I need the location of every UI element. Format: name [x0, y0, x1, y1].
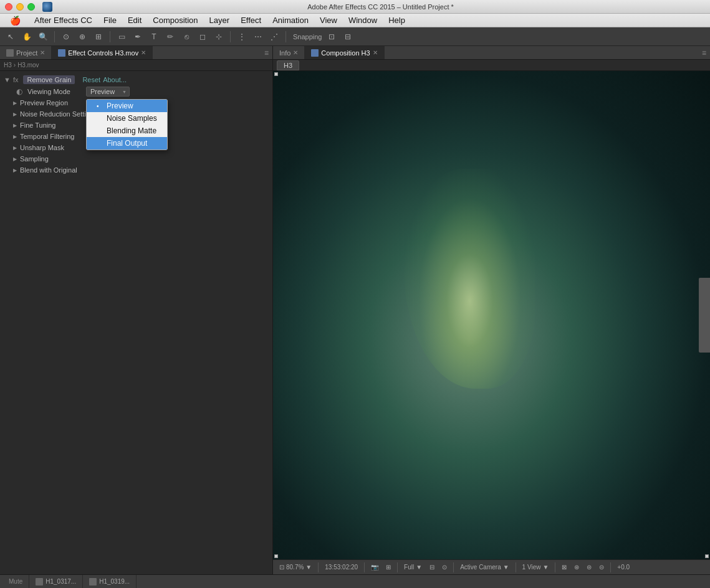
close-button[interactable] [5, 3, 12, 11]
sampling-label: Sampling [20, 155, 49, 163]
dropdown-item-blending-matte[interactable]: Blending Matte [87, 125, 167, 137]
bottom-tab-h1-1-label: H1_0317... [46, 578, 76, 585]
camera-track-tool[interactable]: ⊕ [75, 30, 89, 44]
effect-about-btn[interactable]: About... [103, 76, 127, 83]
eraser-tool[interactable]: ◻ [196, 30, 209, 44]
apple-menu[interactable]: 🍎 [5, 14, 26, 27]
project-tab-label: Project [16, 49, 37, 57]
comp-alpha-btn[interactable]: ⊙ [439, 562, 449, 572]
sampling-row[interactable]: ▶ Sampling [0, 153, 272, 164]
breadcrumb-h3mov[interactable]: H3.mov [17, 62, 39, 69]
comp-camera-label: Active Camera [460, 564, 501, 571]
viewing-mode-menu[interactable]: • Preview Noise Samples Blending Matte [86, 99, 168, 150]
comp-bottom-bar: ⊡ 80.7% ▼ 13:53:02:20 📷 ⊞ Full ▼ ⊟ ⊙ Act… [273, 559, 710, 574]
maximize-button[interactable] [27, 3, 35, 11]
dropdown-item-noise-samples[interactable]: Noise Samples [87, 112, 167, 125]
bottom-tab-h1-2[interactable]: H1_0319... [83, 575, 137, 588]
menu-edit[interactable]: Edit [123, 14, 146, 26]
align-tool-1[interactable]: ⋮ [235, 30, 249, 44]
comp-resolution-btn[interactable]: Full ▼ [401, 562, 425, 572]
preview-region-label: Preview Region [20, 99, 68, 107]
menu-layer[interactable]: Layer [204, 14, 235, 26]
project-tab[interactable]: Project ✕ [0, 46, 52, 59]
menu-view[interactable]: View [315, 14, 342, 26]
blend-original-arrow: ▶ [12, 168, 17, 173]
bottom-tab-h1-1[interactable]: H1_0317... [29, 575, 83, 588]
text-tool[interactable]: T [147, 30, 161, 44]
h3-subtab[interactable]: H3 [277, 60, 299, 70]
comp-view-btn[interactable]: 1 View ▼ [520, 562, 552, 572]
comp-3d-btn[interactable]: ⊛ [572, 562, 582, 572]
comp-tab-close[interactable]: ✕ [373, 49, 378, 56]
menu-window[interactable]: Window [343, 14, 382, 26]
menu-aftereffects[interactable]: After Effects CC [29, 14, 97, 26]
project-tab-close[interactable]: ✕ [40, 49, 45, 56]
effect-expand-arrow[interactable]: ▼ [4, 76, 11, 83]
dropdown-label-noise: Noise Samples [107, 114, 157, 123]
hand-tool[interactable]: ✋ [20, 30, 34, 44]
fine-tuning-label: Fine Tuning [20, 121, 55, 129]
dropdown-item-preview[interactable]: • Preview [87, 100, 167, 112]
snapping-btn-2[interactable]: ⊟ [341, 30, 355, 44]
snapping-btn-1[interactable]: ⊡ [325, 30, 338, 44]
bottom-sep-2 [364, 562, 365, 572]
align-tool-3[interactable]: ⋰ [267, 30, 281, 44]
noise-reduction-arrow: ▶ [12, 111, 17, 116]
temporal-filtering-label: Temporal Filtering [20, 133, 74, 140]
comp-motion-blur-btn[interactable]: ⊝ [597, 562, 607, 572]
breadcrumb-h3[interactable]: H3 [4, 62, 12, 69]
comp-subtab-bar: H3 [273, 60, 710, 71]
comp-region-btn[interactable]: ⊞ [383, 562, 393, 572]
comp-fps-btn[interactable]: ⊜ [584, 562, 594, 572]
brush-tool[interactable]: ✏ [163, 30, 177, 44]
main-area: Project ✕ Effect Controls H3.mov ✕ ≡ H3 … [0, 46, 710, 574]
info-tab-close[interactable]: ✕ [293, 49, 298, 56]
toolbar-separator-2 [110, 31, 110, 42]
toolbar-separator-3 [230, 31, 231, 42]
menu-help[interactable]: Help [383, 14, 410, 26]
corner-handle-bl [274, 554, 278, 558]
effect-reset-btn[interactable]: Reset [82, 76, 100, 83]
comp-quality-btn[interactable]: ⊟ [427, 562, 437, 572]
camera-orbit-tool[interactable]: ⊙ [59, 30, 73, 44]
right-panel-menu[interactable]: ≡ [702, 49, 710, 57]
left-panel-menu[interactable]: ≡ [264, 49, 272, 57]
comp-camera-btn[interactable]: Active Camera ▼ [458, 562, 511, 572]
rect-tool[interactable]: ▭ [115, 30, 128, 44]
viewing-mode-dropdown-btn[interactable]: Preview [86, 87, 130, 97]
camera-dolly-tool[interactable]: ⊞ [92, 30, 105, 44]
effect-header: ▼ fx Remove Grain Reset About... [0, 74, 272, 86]
blend-original-row[interactable]: ▶ Blend with Original [0, 164, 272, 176]
effect-controls-panel: ▼ fx Remove Grain Reset About... ◐ Viewi… [0, 71, 272, 574]
menu-animation[interactable]: Animation [267, 14, 314, 26]
h3-subtab-label: H3 [284, 62, 292, 69]
comp-timecode-btn[interactable]: 13:53:02:20 [322, 562, 360, 572]
minimize-button[interactable] [16, 3, 24, 11]
comp-zoom-btn[interactable]: ⊡ 80.7% ▼ [277, 562, 314, 572]
comp-h3-tab[interactable]: Composition H3 ✕ [305, 46, 384, 59]
menu-effect[interactable]: Effect [236, 14, 266, 26]
align-tool-2[interactable]: ⋯ [251, 30, 265, 44]
comp-view-arrow: ▼ [542, 564, 549, 571]
right-panel: Info ✕ Composition H3 ✕ ≡ H3 [273, 46, 710, 574]
dropdown-item-final-output[interactable]: Final Output [87, 137, 167, 149]
menu-composition[interactable]: Composition [148, 14, 203, 26]
effect-controls-tab-close[interactable]: ✕ [141, 49, 146, 56]
comp-counter-btn[interactable]: +0.0 [615, 562, 632, 572]
bottom-tab-mute[interactable]: Mute [2, 575, 29, 588]
comp-camera-arrow: ▼ [503, 564, 509, 571]
clone-tool[interactable]: ⎋ [180, 30, 193, 44]
toolbar-separator-4 [285, 31, 286, 42]
comp-snapshot-btn[interactable]: 📷 [368, 562, 381, 572]
pen-tool[interactable]: ✒ [131, 30, 145, 44]
info-tab[interactable]: Info ✕ [273, 46, 305, 59]
puppet-tool[interactable]: ⊹ [212, 30, 226, 44]
comp-render-btn[interactable]: ⊠ [559, 562, 569, 572]
effect-controls-tab[interactable]: Effect Controls H3.mov ✕ [52, 46, 153, 59]
comp-resolution-label: Full [404, 564, 414, 571]
dropdown-label-final: Final Output [107, 139, 147, 148]
selection-tool[interactable]: ↖ [4, 30, 17, 44]
zoom-tool[interactable]: 🔍 [36, 30, 50, 44]
viewing-mode-dropdown[interactable]: Preview • Preview Noise Samples [86, 87, 130, 97]
menu-file[interactable]: File [98, 14, 122, 26]
